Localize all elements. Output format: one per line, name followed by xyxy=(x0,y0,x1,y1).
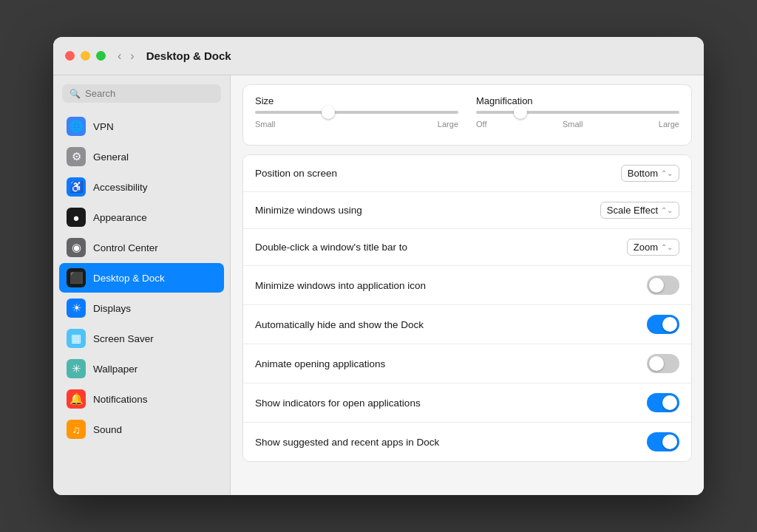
double_click-control: Zoom ⌃⌄ xyxy=(627,239,679,256)
double_click-dropdown[interactable]: Zoom ⌃⌄ xyxy=(627,239,679,256)
position-control: Bottom ⌃⌄ xyxy=(621,165,679,182)
accessibility-label: Accessibility xyxy=(93,182,148,193)
sound-label: Sound xyxy=(93,424,122,435)
double_click-label: Double-click a window's title bar to xyxy=(255,242,407,253)
double_click-arrow: ⌃⌄ xyxy=(661,243,673,251)
size-slider[interactable] xyxy=(255,111,458,114)
accessibility-icon: ♿ xyxy=(67,177,86,197)
sidebar-item-notifications[interactable]: 🔔 Notifications xyxy=(59,384,224,414)
sidebar-item-sound[interactable]: ♫ Sound xyxy=(59,415,224,444)
wallpaper-label: Wallpaper xyxy=(93,364,138,375)
controlcenter-label: Control Center xyxy=(93,242,158,253)
show_indicators-knob xyxy=(662,395,677,410)
search-icon: 🔍 xyxy=(69,89,81,99)
position-label: Position on screen xyxy=(255,168,337,179)
search-box[interactable]: 🔍 xyxy=(62,84,221,103)
show_indicators-toggle[interactable] xyxy=(647,393,679,412)
show_recent-knob xyxy=(662,434,677,449)
show_recent-control xyxy=(647,432,679,451)
size-large-label: Large xyxy=(438,120,458,129)
magnification-slider[interactable] xyxy=(476,111,679,114)
displays-icon: ☀ xyxy=(67,299,86,318)
settings-window: ‹ › Desktop & Dock 🔍 🌐 VPN ⚙ General ♿ A… xyxy=(53,37,704,495)
minimize_using-control: Scale Effect ⌃⌄ xyxy=(600,202,679,219)
displays-label: Displays xyxy=(93,303,131,314)
auto_hide-label: Automatically hide and show the Dock xyxy=(255,319,424,330)
sidebar-item-vpn[interactable]: 🌐 VPN xyxy=(59,112,224,141)
screensaver-icon: ▦ xyxy=(67,329,86,348)
show_indicators-control xyxy=(647,393,679,412)
size-label: Size xyxy=(255,95,458,106)
animate_opening-control xyxy=(647,354,679,373)
sound-icon: ♫ xyxy=(67,420,86,439)
magnification-slider-group: Magnification Off Small Large xyxy=(476,95,679,129)
sidebar-item-displays[interactable]: ☀ Displays xyxy=(59,293,224,323)
setting-row-position: Position on screen Bottom ⌃⌄ xyxy=(243,155,691,192)
back-button[interactable]: ‹ xyxy=(115,48,124,64)
magnification-label: Magnification xyxy=(476,95,679,106)
size-slider-group: Size Small Large xyxy=(255,95,458,129)
nav-buttons: ‹ › xyxy=(115,48,138,64)
appearance-icon: ● xyxy=(67,208,86,227)
vpn-label: VPN xyxy=(93,121,114,132)
notifications-label: Notifications xyxy=(93,394,148,405)
minimize-button[interactable] xyxy=(81,51,90,61)
animate_opening-toggle[interactable] xyxy=(647,354,679,373)
main-panel: Size Small Large Magnification Off Small xyxy=(231,75,704,495)
minimize_into_icon-toggle[interactable] xyxy=(647,276,679,295)
size-small-label: Small xyxy=(255,120,276,129)
position-value: Bottom xyxy=(628,168,658,179)
setting-row-animate_opening: Animate opening applications xyxy=(243,344,691,383)
forward-button[interactable]: › xyxy=(127,48,137,64)
maximize-button[interactable] xyxy=(96,51,106,61)
sidebar-items-list: 🌐 VPN ⚙ General ♿ Accessibility ● Appear… xyxy=(53,109,230,447)
size-slider-labels: Small Large xyxy=(255,120,458,129)
minimize_into_icon-label: Minimize windows into application icon xyxy=(255,280,426,291)
minimize_using-value: Scale Effect xyxy=(607,205,658,216)
position-dropdown[interactable]: Bottom ⌃⌄ xyxy=(621,165,679,182)
search-input[interactable] xyxy=(85,88,214,99)
desktop-label: Desktop & Dock xyxy=(93,273,165,284)
desktop-icon: ⬛ xyxy=(67,268,86,287)
appearance-label: Appearance xyxy=(93,212,147,223)
minimize_using-arrow: ⌃⌄ xyxy=(661,206,673,214)
sidebar-item-appearance[interactable]: ● Appearance xyxy=(59,202,224,232)
content-area: 🔍 🌐 VPN ⚙ General ♿ Accessibility ● Appe… xyxy=(53,75,704,495)
mag-slider-labels: Off Small Large xyxy=(476,120,679,129)
setting-row-minimize_using: Minimize windows using Scale Effect ⌃⌄ xyxy=(243,192,691,229)
settings-group: Position on screen Bottom ⌃⌄ Minimize wi… xyxy=(242,154,692,462)
show_recent-label: Show suggested and recent apps in Dock xyxy=(255,437,439,448)
general-label: General xyxy=(93,151,129,163)
show_indicators-label: Show indicators for open applications xyxy=(255,398,421,409)
minimize_into_icon-knob xyxy=(649,278,664,293)
minimize_using-dropdown[interactable]: Scale Effect ⌃⌄ xyxy=(600,202,679,219)
sliders-section: Size Small Large Magnification Off Small xyxy=(242,84,692,146)
animate_opening-label: Animate opening applications xyxy=(255,358,385,369)
sidebar-item-wallpaper[interactable]: ✳ Wallpaper xyxy=(59,354,224,383)
auto_hide-toggle[interactable] xyxy=(647,315,679,334)
setting-row-double_click: Double-click a window's title bar to Zoo… xyxy=(243,229,691,266)
close-button[interactable] xyxy=(65,51,75,61)
minimize_into_icon-control xyxy=(647,276,679,295)
sidebar-item-desktop[interactable]: ⬛ Desktop & Dock xyxy=(59,263,224,293)
wallpaper-icon: ✳ xyxy=(67,359,86,378)
slider-row: Size Small Large Magnification Off Small xyxy=(255,95,679,129)
sidebar-item-controlcenter[interactable]: ◉ Control Center xyxy=(59,233,224,262)
controlcenter-icon: ◉ xyxy=(67,238,86,257)
mag-small-label: Small xyxy=(563,120,583,129)
sidebar-item-accessibility[interactable]: ♿ Accessibility xyxy=(59,172,224,202)
screensaver-label: Screen Saver xyxy=(93,333,154,344)
window-title: Desktop & Dock xyxy=(146,50,231,62)
auto_hide-control xyxy=(647,315,679,334)
show_recent-toggle[interactable] xyxy=(647,432,679,451)
animate_opening-knob xyxy=(649,356,664,371)
traffic-lights xyxy=(65,51,106,61)
mag-off-label: Off xyxy=(476,120,486,129)
auto_hide-knob xyxy=(662,317,677,332)
sidebar-item-screensaver[interactable]: ▦ Screen Saver xyxy=(59,324,224,353)
sidebar: 🔍 🌐 VPN ⚙ General ♿ Accessibility ● Appe… xyxy=(53,75,231,495)
sidebar-item-general[interactable]: ⚙ General xyxy=(59,142,224,171)
position-arrow: ⌃⌄ xyxy=(661,169,673,177)
general-icon: ⚙ xyxy=(67,147,86,166)
setting-row-minimize_into_icon: Minimize windows into application icon xyxy=(243,266,691,305)
